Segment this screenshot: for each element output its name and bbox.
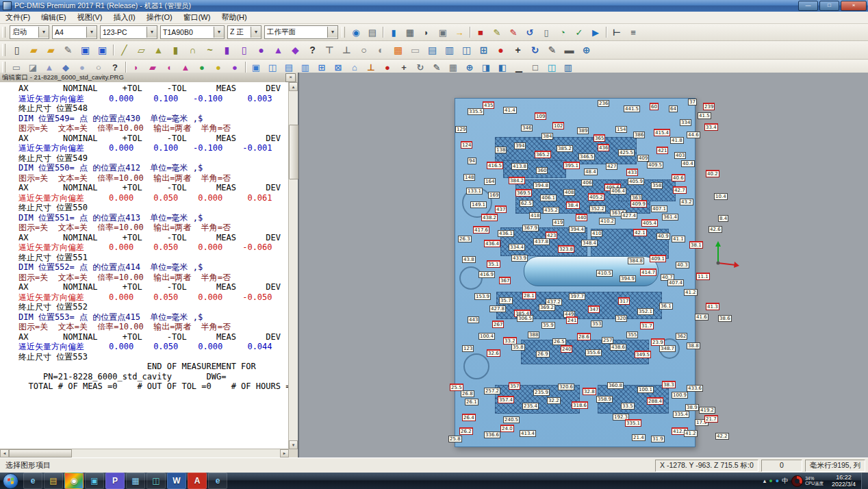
cad-label[interactable]: 24.0	[500, 425, 514, 432]
cad-label[interactable]: 38.4	[566, 201, 580, 209]
cad-label[interactable]: 409.5	[647, 162, 663, 168]
cad-label[interactable]: 415.4	[654, 129, 670, 136]
cad-label[interactable]: 40.9	[656, 233, 670, 240]
cad-label[interactable]: 414.7	[640, 268, 656, 276]
cad-label[interactable]: 43.8	[462, 256, 476, 263]
cad-label[interactable]: 384	[541, 133, 553, 140]
cad-label[interactable]: 164	[484, 178, 496, 185]
cad-label[interactable]: 38.9	[685, 404, 699, 411]
cad-label[interactable]: 10.4	[714, 193, 728, 200]
open-recent-icon[interactable]: ▰	[43, 42, 59, 58]
cad-label[interactable]: 335.5	[468, 108, 484, 115]
cad-label[interactable]: 408	[563, 189, 575, 196]
cad-label[interactable]: 347	[588, 305, 600, 313]
gray-tile-icon[interactable]: ▭	[407, 42, 423, 58]
cad-label[interactable]: 28.6	[577, 333, 591, 340]
cad-label[interactable]: 40.3	[676, 262, 689, 268]
scroll-right-icon[interactable]: ▸	[280, 449, 289, 457]
cad-label[interactable]: 436.4	[484, 240, 500, 247]
cad-label[interactable]: 418	[529, 212, 541, 219]
cad-label[interactable]: 236	[598, 100, 609, 107]
cad-label[interactable]: 407.1	[651, 205, 667, 212]
refresh-icon[interactable]: ↺	[522, 25, 537, 40]
menu-item-1[interactable]: 文件(F)	[0, 12, 36, 23]
cad-label[interactable]: 435.2	[543, 207, 559, 214]
cad-label[interactable]: 355.6	[585, 349, 602, 356]
cad-label[interactable]: 240	[561, 345, 572, 353]
toolbar-grip[interactable]	[2, 27, 5, 38]
cad-label[interactable]: 413.4	[520, 430, 536, 437]
scroll-left-icon[interactable]: ◂	[0, 449, 9, 457]
cad-label[interactable]: 416.9	[478, 271, 495, 278]
cad-label[interactable]: 8.4	[718, 215, 728, 222]
cad-label[interactable]: 100.9	[672, 392, 688, 399]
cad-label[interactable]: 26.8	[461, 390, 474, 397]
ie-2-icon[interactable]: e	[208, 473, 227, 489]
cad-label[interactable]: 100.1	[637, 386, 654, 393]
cad-label[interactable]: 416.5	[487, 162, 503, 169]
cad-label[interactable]: 336.6	[484, 431, 500, 438]
edit-window-titlebar[interactable]: 编辑窗口 - 21-8228_6000_std_cavity.PRG ×	[0, 73, 298, 83]
app-teal-icon[interactable]: ◫	[146, 473, 166, 489]
cad-label[interactable]: 239	[703, 103, 715, 110]
cad-label[interactable]: 409	[637, 155, 649, 162]
cad-label[interactable]: 440	[576, 214, 587, 221]
cad-label[interactable]: 403	[674, 152, 686, 159]
cad-label[interactable]: 410.2	[599, 218, 615, 225]
cad-label[interactable]: 42.1	[633, 229, 647, 236]
menu-item-5[interactable]: 操作(O)	[141, 12, 178, 23]
cad-label[interactable]: 41.2	[684, 289, 698, 296]
cad-label[interactable]: 60	[650, 103, 659, 110]
view-window-icon[interactable]: ▤	[365, 25, 380, 40]
cad-label[interactable]: 64	[669, 105, 678, 112]
cad-label[interactable]: 346	[521, 125, 533, 131]
cad-label[interactable]: 317	[618, 297, 630, 305]
menu-item-6[interactable]: 窗口(W)	[178, 12, 216, 23]
cad-label[interactable]: 419	[552, 219, 564, 226]
cad-label[interactable]: 31.9	[651, 436, 665, 442]
cad-label[interactable]: 410	[591, 230, 602, 237]
cad-label[interactable]: 94	[468, 158, 476, 164]
cad-label[interactable]: 26.4	[462, 414, 476, 421]
cad-label[interactable]: 397.7	[569, 293, 585, 300]
cad-label[interactable]: 441.5	[624, 105, 640, 112]
cad-label[interactable]: 33.5	[621, 403, 635, 410]
cad-label[interactable]: 361.4	[662, 214, 678, 221]
chevron-down-icon[interactable]: ▾	[86, 27, 97, 38]
cad-label[interactable]: 437	[495, 205, 507, 213]
cad-label[interactable]: 438.6	[610, 344, 626, 351]
cad-label[interactable]: 257.2	[484, 388, 500, 394]
cad-label[interactable]: 154	[615, 126, 627, 133]
crosshair-icon[interactable]: +	[510, 42, 526, 58]
cad-label[interactable]: 369.5	[515, 189, 532, 197]
cad-label[interactable]: 109	[535, 112, 546, 120]
security-app-icon[interactable]: ▣	[85, 473, 104, 489]
cad-label[interactable]: 406	[581, 179, 593, 186]
cad-label[interactable]: 437.8	[533, 238, 550, 245]
stop-icon[interactable]: ■	[473, 25, 488, 40]
cad-label[interactable]: 26.2	[459, 427, 473, 435]
wps-icon[interactable]: P	[105, 473, 125, 489]
cad-label[interactable]: 385.2	[557, 145, 573, 152]
edit-horizontal-scrollbar[interactable]: ◂ ▸	[0, 449, 289, 457]
cad-label[interactable]: 394.9	[620, 275, 636, 282]
show-desktop-button[interactable]	[861, 473, 868, 489]
feature-curve-icon[interactable]: ~	[202, 42, 218, 58]
cad-label[interactable]: 367	[499, 277, 511, 284]
cad-label[interactable]: 419.2	[699, 407, 715, 414]
cad-label[interactable]: 306.5	[517, 315, 533, 322]
gradient-tile-icon[interactable]: ▩	[390, 42, 406, 58]
toolbar-grip[interactable]	[2, 44, 5, 56]
cad-label[interactable]: 318.6	[572, 401, 588, 409]
caliper-icon[interactable]: ⊢	[609, 25, 624, 40]
cad-label[interactable]: 357	[509, 382, 520, 390]
graphics-window[interactable]: 43541.4335.5109236441.560643723933441.53…	[299, 73, 868, 457]
cad-label[interactable]: 42.6	[709, 226, 722, 233]
grid-icon[interactable]: ▦	[403, 25, 418, 40]
word-icon[interactable]: W	[167, 473, 186, 489]
cad-label[interactable]: 320	[615, 315, 627, 322]
scroll-up-icon[interactable]: ▴	[289, 82, 298, 91]
cad-label[interactable]: 389	[577, 127, 589, 134]
cad-label[interactable]: 435	[483, 101, 494, 109]
feature-cylinder-icon[interactable]: ▮	[168, 42, 183, 58]
